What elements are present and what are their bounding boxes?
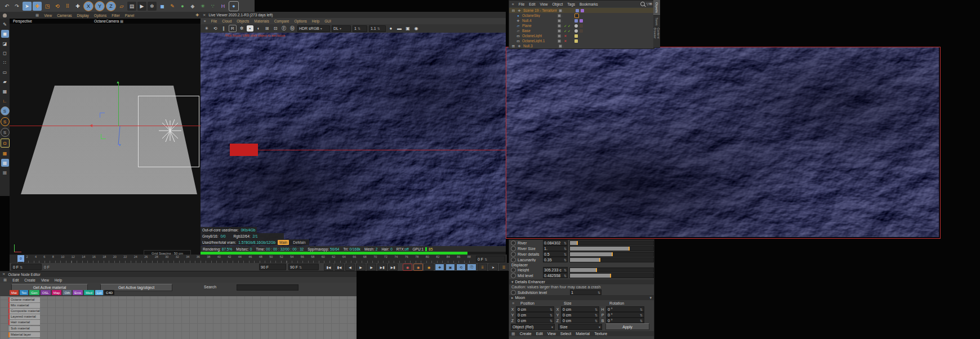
- object-name[interactable]: Base: [522, 29, 556, 33]
- y-axis-lock-icon[interactable]: Y: [95, 1, 105, 11]
- apply-button[interactable]: Apply: [605, 323, 649, 330]
- object-name[interactable]: Scene 19 - Terraformation: [523, 8, 557, 12]
- object-row-null3[interactable]: ⊞ ✛ Null.3 ∶: [509, 43, 654, 48]
- attribute-value-field[interactable]: 0.482558⇅: [543, 273, 568, 278]
- chevron-down-icon[interactable]: ▾: [649, 296, 652, 300]
- workplane-mode-icon[interactable]: ◻: [1, 49, 9, 57]
- texture-mode-icon[interactable]: ◪: [1, 39, 9, 47]
- snap-2d-icon[interactable]: S: [1, 128, 10, 137]
- om-menu-bookmarks[interactable]: Bookmarks: [580, 2, 598, 6]
- mm-menu-view[interactable]: View: [547, 332, 556, 336]
- prev-key-button[interactable]: ▮◀: [335, 264, 344, 271]
- y-axis-arrow-icon[interactable]: ▲: [116, 80, 120, 84]
- position-field[interactable]: 0 cm⇅: [516, 306, 554, 312]
- next-key-button[interactable]: ▶▮: [377, 264, 387, 271]
- model-mode-icon[interactable]: ◼: [1, 30, 9, 38]
- size-field[interactable]: 0 cm⇅: [561, 312, 599, 318]
- viewport-canvas[interactable]: ◀ ▲ ▼ Grid Spacing : 50 cm: [10, 24, 201, 255]
- material-tag-icon[interactable]: [574, 29, 578, 33]
- key-record-icon[interactable]: ◉: [424, 264, 434, 271]
- close-icon[interactable]: ✕: [203, 13, 206, 17]
- object-name[interactable]: Null.4: [522, 19, 556, 23]
- denoiser-icon[interactable]: ●: [387, 25, 394, 32]
- search-input[interactable]: [237, 284, 299, 291]
- passes-icon[interactable]: ▬: [396, 25, 403, 32]
- attribute-value-field[interactable]: 1.⇅: [543, 246, 568, 251]
- grid-snap-icon[interactable]: ▦: [1, 168, 9, 176]
- size-field[interactable]: 0 cm⇅: [561, 306, 599, 312]
- keyframe-dot[interactable]: [511, 267, 516, 273]
- visibility-toggles[interactable]: ∶: [558, 19, 562, 23]
- z-axis-lock-icon[interactable]: Z: [106, 1, 116, 11]
- lv-menu-cloud[interactable]: Cloud: [222, 19, 231, 23]
- visibility-toggles[interactable]: ∶: [558, 29, 562, 33]
- snap-3d-icon[interactable]: S: [1, 117, 10, 126]
- colorspace-dropdown[interactable]: HDR sRGB▾: [297, 25, 330, 32]
- mm-menu-material[interactable]: Material: [576, 332, 590, 336]
- network-render-icon[interactable]: ◉: [413, 25, 420, 32]
- environment-tag-icon[interactable]: [574, 14, 579, 18]
- keyframe-dot[interactable]: [511, 240, 516, 246]
- node-list-item[interactable]: Composite material: [8, 309, 40, 314]
- autokey-icon[interactable]: ◉: [403, 264, 412, 271]
- kernel-dropdown[interactable]: DL▾: [332, 25, 351, 32]
- light-tag-icon[interactable]: [574, 39, 578, 43]
- viewport-menu-panel[interactable]: Panel: [125, 14, 135, 17]
- om-menu-tags[interactable]: Tags: [567, 2, 575, 6]
- mm-menu-texture[interactable]: Texture: [594, 332, 607, 336]
- render-view-icon[interactable]: ▤: [127, 2, 136, 11]
- object-name[interactable]: Plane: [522, 24, 556, 28]
- lv-menu-options[interactable]: Options: [294, 19, 306, 23]
- hamburger-icon[interactable]: ≡: [512, 301, 514, 305]
- render-animation-icon[interactable]: ▶: [137, 2, 146, 11]
- tweak-mode-icon[interactable]: ✎: [1, 20, 9, 28]
- mograph-icon[interactable]: ∵: [208, 2, 217, 11]
- displacement-tag-icon[interactable]: [580, 24, 583, 28]
- field-icon[interactable]: ✳: [198, 2, 207, 11]
- object-row-octanesky[interactable]: ● OctaneSky ∶: [509, 13, 654, 18]
- motion-layers-icon[interactable]: ☰: [499, 264, 509, 271]
- attribute-slider[interactable]: [569, 267, 654, 273]
- close-icon[interactable]: ✕: [2, 272, 5, 276]
- uv-mode-icon[interactable]: ▦: [1, 87, 9, 95]
- live-viewer-render-area[interactable]: Pick focus: LMB click object to set focu…: [201, 33, 506, 246]
- om-menu-view[interactable]: View: [540, 2, 547, 6]
- generator-icon[interactable]: ●: [178, 2, 187, 11]
- rotation-field[interactable]: 0 °⇅: [606, 306, 644, 312]
- visibility-toggles[interactable]: ∶: [559, 9, 563, 12]
- primitive-cube-icon[interactable]: ◼: [158, 2, 167, 11]
- rotation-field[interactable]: 0 °⇅: [606, 318, 644, 323]
- x-axis-lock-icon[interactable]: X: [83, 1, 93, 11]
- tab-takes[interactable]: Takes: [653, 16, 660, 28]
- coord-mode-dropdown[interactable]: Object (Rel)▾: [511, 324, 555, 330]
- edges-mode-icon[interactable]: ▭: [1, 68, 9, 76]
- pan-view-icon[interactable]: ✚: [194, 13, 201, 18]
- object-row-null4[interactable]: ✛ Null.4 ∶: [509, 18, 654, 23]
- spline-pen-icon[interactable]: ✎: [168, 2, 177, 11]
- snapshot-icon[interactable]: ▣: [404, 25, 411, 32]
- coordinate-system-icon[interactable]: ▱: [117, 2, 126, 11]
- attribute-slider[interactable]: [569, 240, 654, 246]
- attribute-value-field[interactable]: 0.084302⇅: [543, 240, 568, 246]
- z-axis-arrow-icon[interactable]: ▼: [118, 143, 122, 147]
- lv-menu-help[interactable]: Help: [312, 19, 319, 23]
- scene-tag-icon[interactable]: [581, 9, 584, 12]
- om-menu-object[interactable]: Object: [552, 2, 563, 6]
- light-tag-icon[interactable]: [574, 34, 578, 38]
- ne-menu-view[interactable]: View: [41, 278, 49, 282]
- camera-settings-icon[interactable]: ▦: [120, 19, 123, 24]
- redo-icon[interactable]: ↷: [12, 2, 21, 11]
- visibility-toggles[interactable]: ∶: [559, 44, 563, 48]
- pause-render-icon[interactable]: ∥: [220, 25, 227, 32]
- lv-menu-file[interactable]: File: [211, 19, 217, 23]
- perspective-viewport[interactable]: Perspective OctaneCamera ▦ ◀ ▲ ▼: [10, 19, 201, 255]
- om-menu-edit[interactable]: Edit: [529, 2, 535, 6]
- node-editor-titlebar[interactable]: ✕ Octane Node Editor: [0, 271, 357, 277]
- expander-icon[interactable]: ⊟: [511, 8, 515, 13]
- keyframe-dot[interactable]: [511, 290, 516, 295]
- node-canvas[interactable]: [0, 296, 357, 339]
- render-settings-icon[interactable]: ✲: [148, 2, 157, 11]
- polygons-mode-icon[interactable]: ▰: [1, 78, 9, 86]
- keyframe-dot[interactable]: [511, 273, 516, 278]
- ne-menu-create[interactable]: Create: [24, 278, 35, 282]
